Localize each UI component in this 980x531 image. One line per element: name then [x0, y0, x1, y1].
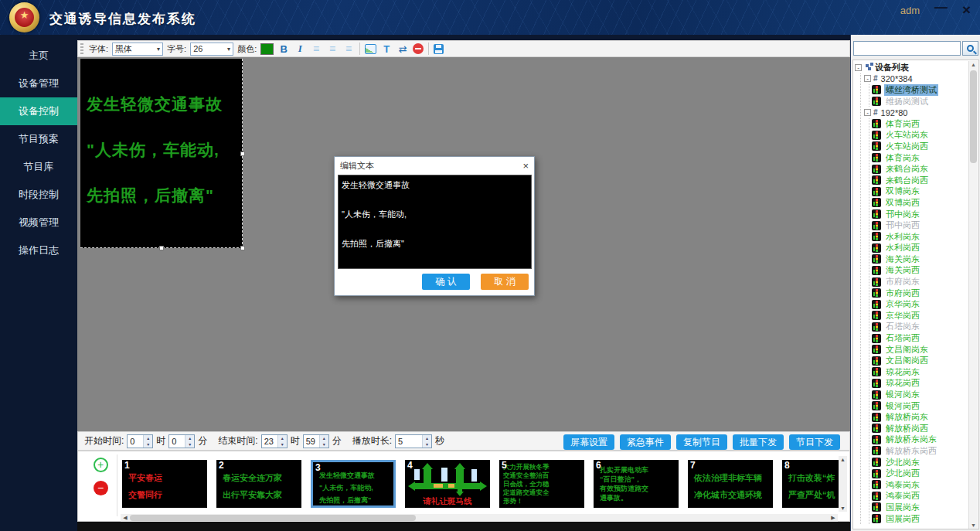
- led-preview-panel[interactable]: 发生轻微交通事故"人未伤，车能动,先拍照，后撤离": [80, 59, 243, 248]
- stepper-arrows-icon[interactable]: ▴▾: [143, 435, 152, 448]
- sidebar-item[interactable]: 节目库: [0, 153, 77, 181]
- tree-device[interactable]: 解放桥东岗东: [872, 434, 968, 446]
- duration-stepper[interactable]: 5 ▴▾: [395, 434, 432, 448]
- tree-device[interactable]: 文昌阁岗西: [872, 355, 968, 366]
- tree-device[interactable]: 火车站岗西: [872, 141, 968, 152]
- program-thumb[interactable]: 8打击改装“炸严查严处“机: [782, 460, 839, 508]
- sidebar-item[interactable]: 时段控制: [0, 181, 77, 209]
- tree-device[interactable]: 国展岗东: [872, 502, 968, 513]
- tree-device[interactable]: 沙北岗西: [872, 468, 968, 479]
- program-thumb[interactable]: 3发生轻微交通事故"人未伤，车能动,先拍照，后撤离": [311, 460, 396, 508]
- tree-device[interactable]: 银河岗西: [872, 400, 968, 412]
- tree-device[interactable]: 琼花岗东: [872, 366, 968, 378]
- sidebar-item[interactable]: 主页: [0, 42, 77, 70]
- scroll-up-icon[interactable]: ▲: [969, 62, 978, 67]
- cancel-button[interactable]: 取 消: [481, 274, 529, 290]
- tree-device[interactable]: 海关岗东: [872, 254, 968, 265]
- action-button[interactable]: 屏幕设置: [563, 434, 614, 450]
- tree-device[interactable]: 双博岗东: [872, 186, 968, 198]
- align-right-icon[interactable]: ≡: [342, 43, 355, 55]
- tree-device[interactable]: 维扬岗测试: [872, 96, 968, 107]
- sidebar-item[interactable]: 视频管理: [0, 209, 77, 237]
- tree-root[interactable]: -设备列表: [855, 62, 968, 73]
- stepper-arrows-icon[interactable]: ▴▾: [185, 435, 194, 448]
- confirm-button[interactable]: 确 认: [422, 274, 470, 290]
- tree-device[interactable]: 水利岗东: [872, 231, 968, 243]
- dialog-textarea[interactable]: 发生轻微交通事故 "人未伤，车能动, 先拍照，后撤离": [338, 175, 532, 269]
- fit-width-icon[interactable]: ⇄: [396, 43, 409, 55]
- action-button[interactable]: 复制节目: [676, 434, 727, 450]
- resize-handle-right[interactable]: [240, 151, 245, 156]
- minimize-button[interactable]: —: [934, 0, 948, 15]
- tree-device[interactable]: 水利岗西: [872, 243, 968, 254]
- tree-device[interactable]: 双博岗西: [872, 197, 968, 209]
- collapse-icon[interactable]: -: [864, 109, 871, 116]
- collapse-icon[interactable]: -: [864, 75, 871, 82]
- tree-device[interactable]: 京华岗西: [872, 310, 968, 322]
- dialog-close-icon[interactable]: ×: [522, 160, 529, 172]
- stepper-arrows-icon[interactable]: ▴▾: [277, 435, 287, 448]
- tree-device[interactable]: 体育岗东: [872, 152, 968, 164]
- scroll-down-icon[interactable]: ▼: [840, 505, 846, 511]
- tree-device[interactable]: 银河岗东: [872, 389, 968, 400]
- tree-device[interactable]: 解放桥岗西: [872, 423, 968, 434]
- tree-device[interactable]: 鸿泰岗东: [872, 479, 968, 491]
- program-thumb[interactable]: 7依法治理非标车辆净化城市交通环境: [688, 460, 773, 508]
- program-thumb[interactable]: 2春运安全连万家出行平安靠大家: [216, 460, 301, 508]
- sidebar-item[interactable]: 设备管理: [0, 70, 77, 97]
- tree-group[interactable]: -#192*80: [864, 107, 968, 118]
- close-button[interactable]: ×: [962, 2, 971, 19]
- scroll-left-icon[interactable]: ◀: [121, 515, 130, 521]
- tree-device[interactable]: 鸿泰岗西: [872, 491, 968, 502]
- tree-scrollbar[interactable]: ▲ ▼: [968, 61, 978, 529]
- tree-device[interactable]: 来鹤台岗西: [872, 175, 968, 186]
- delete-icon[interactable]: [413, 43, 424, 54]
- resize-handle-bottom[interactable]: [159, 246, 164, 250]
- horizontal-scrollbar[interactable]: ◀ ▶: [121, 514, 838, 522]
- save-icon[interactable]: [434, 44, 444, 54]
- image-icon[interactable]: [365, 44, 376, 54]
- remove-program-button[interactable]: −: [94, 481, 108, 495]
- action-button[interactable]: 节目下发: [789, 434, 840, 450]
- align-left-icon[interactable]: ≡: [310, 43, 322, 55]
- tree-device[interactable]: 海关岗西: [872, 265, 968, 277]
- tree-device[interactable]: 石塔岗东: [872, 322, 968, 333]
- search-button[interactable]: [962, 41, 978, 56]
- start-minute-stepper[interactable]: 0 ▴▾: [168, 434, 195, 448]
- scroll-down-icon[interactable]: ▼: [969, 522, 978, 528]
- action-button[interactable]: 批量下发: [733, 434, 784, 450]
- sidebar-item[interactable]: 节目预案: [0, 125, 77, 153]
- font-select[interactable]: 黑体 ▾: [112, 43, 163, 56]
- tree-device[interactable]: 石塔岗西: [872, 332, 968, 344]
- tree-group[interactable]: -#320*384: [864, 73, 968, 85]
- tree-device[interactable]: 火车站岗东: [872, 130, 968, 141]
- end-hour-stepper[interactable]: 23 ▴▾: [261, 434, 288, 448]
- tree-device[interactable]: 邗中岗西: [872, 220, 968, 231]
- scrollbar-thumb[interactable]: [970, 70, 977, 163]
- tree-device[interactable]: 沙北岗东: [872, 457, 968, 468]
- scroll-right-icon[interactable]: ▶: [829, 515, 838, 521]
- tree-device[interactable]: 琼花岗西: [872, 378, 968, 390]
- device-search-input[interactable]: [853, 41, 961, 56]
- program-thumb[interactable]: 4请礼让斑马线: [405, 460, 490, 508]
- tree-device[interactable]: 邗中岗东: [872, 209, 968, 220]
- size-select[interactable]: 26 ▾: [190, 43, 233, 56]
- sidebar-item[interactable]: 设备控制: [0, 97, 77, 125]
- sidebar-item[interactable]: 操作日志: [0, 237, 77, 264]
- resize-handle-corner[interactable]: [240, 246, 245, 250]
- color-swatch[interactable]: [260, 43, 274, 55]
- scrollbar-thumb[interactable]: [130, 515, 416, 521]
- tree-device[interactable]: 来鹤台岗东: [872, 163, 968, 175]
- stepper-arrows-icon[interactable]: ▴▾: [319, 435, 328, 448]
- vertical-scrollbar[interactable]: ▲ ▼: [839, 456, 847, 512]
- tree-device[interactable]: 解放桥东岗西: [872, 445, 968, 457]
- bold-icon[interactable]: B: [277, 43, 290, 55]
- tree-device[interactable]: 京华岗东: [872, 298, 968, 310]
- tree-device[interactable]: 解放桥岗东: [872, 411, 968, 423]
- start-hour-stepper[interactable]: 0 ▴▾: [127, 434, 153, 448]
- tree-device[interactable]: 体育岗西: [872, 118, 968, 130]
- program-thumb[interactable]: 6扎实开展电动车“百日整治”，有效预防道路交通事故。: [594, 460, 679, 508]
- tree-device[interactable]: 螺丝湾桥测试: [872, 84, 968, 96]
- tree-device[interactable]: 国展岗西: [872, 513, 968, 525]
- scroll-up-icon[interactable]: ▲: [840, 457, 846, 462]
